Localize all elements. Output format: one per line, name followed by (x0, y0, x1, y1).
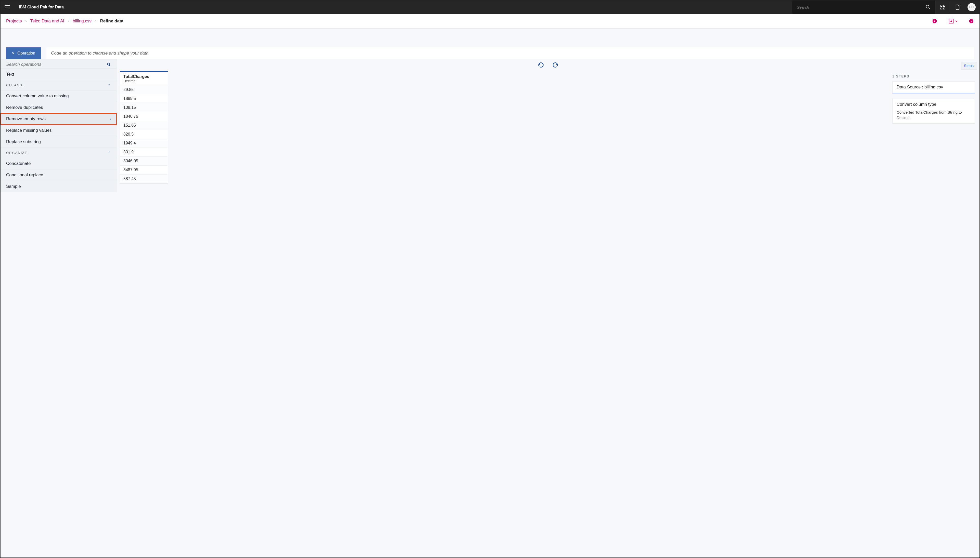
svg-rect-3 (941, 8, 942, 10)
column-name: TotalCharges (123, 74, 164, 79)
run-icon[interactable] (932, 19, 937, 24)
crumb-actions (932, 18, 974, 24)
operations-search[interactable] (0, 59, 117, 69)
operation-button-label: Operation (17, 51, 35, 56)
data-cell[interactable]: 29.85 (120, 85, 168, 94)
data-cell[interactable]: 820.5 (120, 130, 168, 139)
global-search-input[interactable] (797, 5, 926, 10)
op-sample[interactable]: Sample (0, 181, 117, 192)
op-conditional-replace-label: Conditional replace (6, 172, 43, 177)
svg-rect-4 (943, 8, 945, 10)
redo-icon[interactable] (552, 62, 559, 68)
op-convert-missing[interactable]: Convert column value to missing (0, 90, 117, 102)
chevron-right-icon: › (95, 19, 96, 23)
chevron-right-icon: › (68, 19, 69, 23)
op-replace-substring[interactable]: Replace substring (0, 136, 117, 148)
column-header[interactable]: TotalCharges Decimal (120, 72, 168, 85)
op-remove-duplicates-label: Remove duplicates (6, 105, 43, 110)
data-preview-area: Steps TotalCharges Decimal 29.851889.510… (117, 59, 980, 192)
undo-redo-row (117, 59, 980, 71)
op-convert-missing-label: Convert column value to missing (6, 94, 69, 98)
operations-search-input[interactable] (6, 62, 90, 67)
step-data-source-label: Data Source : billing.csv (897, 85, 943, 89)
svg-rect-1 (941, 5, 942, 7)
data-cell[interactable]: 108.15 (120, 103, 168, 112)
data-cell[interactable]: 3046.05 (120, 157, 168, 166)
op-text[interactable]: Text (0, 69, 117, 80)
svg-rect-11 (109, 65, 110, 67)
chevron-up-icon: ⌃ (108, 83, 111, 87)
search-icon[interactable] (107, 62, 111, 67)
op-remove-empty-rows[interactable]: Remove empty rows › (0, 113, 117, 125)
brand-bold: Cloud Pak for Data (27, 5, 64, 9)
apps-icon[interactable] (935, 0, 950, 14)
save-icon[interactable] (949, 18, 957, 24)
op-category-cleanse-label: CLEANSE (6, 83, 25, 87)
op-remove-empty-rows-label: Remove empty rows (6, 117, 46, 121)
data-cell[interactable]: 587.45 (120, 174, 168, 184)
breadcrumb: Projects › Telco Data and AI › billing.c… (0, 14, 980, 28)
data-cell[interactable]: 1949.4 (120, 139, 168, 148)
crumb-file[interactable]: billing.csv (73, 19, 92, 24)
document-icon[interactable] (950, 0, 965, 14)
steps-count: 1 STEPS (892, 74, 975, 78)
close-icon[interactable]: ✕ (12, 51, 15, 55)
info-icon[interactable] (969, 19, 974, 24)
step-card[interactable]: Convert column type Converted TotalCharg… (892, 98, 975, 123)
steps-tab[interactable]: Steps (960, 62, 977, 70)
operations-panel: Text CLEANSE ⌃ Convert column value to m… (0, 59, 117, 192)
chevron-up-icon: ⌃ (108, 151, 111, 155)
op-replace-missing[interactable]: Replace missing values (0, 125, 117, 136)
op-remove-duplicates[interactable]: Remove duplicates (0, 102, 117, 113)
op-sample-label: Sample (6, 184, 21, 189)
global-search[interactable] (793, 0, 935, 14)
brand-label: IBM Cloud Pak for Data (14, 5, 64, 10)
crumb-project-name[interactable]: Telco Data and AI (30, 19, 64, 24)
column-card: TotalCharges Decimal 29.851889.5108.1518… (120, 71, 168, 184)
code-placeholder: Code an operation to cleanse and shape y… (51, 51, 148, 56)
op-category-cleanse[interactable]: CLEANSE ⌃ (0, 80, 117, 90)
svg-rect-8 (971, 21, 972, 22)
op-concatenate-label: Concatenate (6, 161, 31, 166)
chevron-right-icon: › (25, 19, 26, 23)
op-category-organize[interactable]: ORGANIZE ⌃ (0, 148, 117, 158)
svg-rect-2 (943, 5, 945, 7)
undo-icon[interactable] (538, 62, 544, 68)
crumb-current: Refine data (100, 19, 123, 24)
chevron-right-icon: › (110, 117, 111, 121)
top-bar: IBM Cloud Pak for Data SD (0, 0, 980, 14)
op-replace-substring-label: Replace substring (6, 140, 41, 144)
brand-prefix: IBM (19, 5, 27, 9)
op-conditional-replace[interactable]: Conditional replace (0, 169, 117, 181)
data-cell[interactable]: 3487.95 (120, 166, 168, 174)
workspace: ✕ Operation Code an operation to cleanse… (0, 28, 980, 558)
op-category-organize-label: ORGANIZE (6, 151, 28, 155)
avatar[interactable]: SD (967, 3, 976, 11)
step-desc: Converted TotalCharges from String to De… (897, 110, 970, 120)
op-replace-missing-label: Replace missing values (6, 128, 52, 133)
data-cell[interactable]: 1840.75 (120, 112, 168, 121)
data-cell[interactable]: 301.9 (120, 148, 168, 157)
svg-point-12 (108, 63, 109, 65)
op-text-label: Text (6, 72, 14, 77)
operation-row: ✕ Operation Code an operation to cleanse… (0, 31, 980, 59)
operation-button[interactable]: ✕ Operation (6, 48, 41, 59)
steps-panel: 1 STEPS Data Source : billing.csv Conver… (888, 71, 980, 184)
step-data-source[interactable]: Data Source : billing.csv (892, 81, 975, 94)
step-title: Convert column type (897, 102, 970, 107)
op-concatenate[interactable]: Concatenate (0, 158, 117, 169)
svg-point-0 (926, 5, 929, 8)
code-input[interactable]: Code an operation to cleanse and shape y… (46, 48, 974, 59)
hamburger-icon[interactable] (0, 5, 14, 9)
main-columns: Text CLEANSE ⌃ Convert column value to m… (0, 59, 980, 192)
search-icon[interactable] (926, 5, 931, 10)
data-cell[interactable]: 1889.5 (120, 94, 168, 103)
svg-rect-9 (971, 20, 972, 20)
data-cell[interactable]: 151.65 (120, 121, 168, 130)
avatar-wrap[interactable]: SD (965, 0, 980, 14)
column-type: Decimal (123, 79, 164, 83)
crumb-projects[interactable]: Projects (6, 19, 22, 24)
